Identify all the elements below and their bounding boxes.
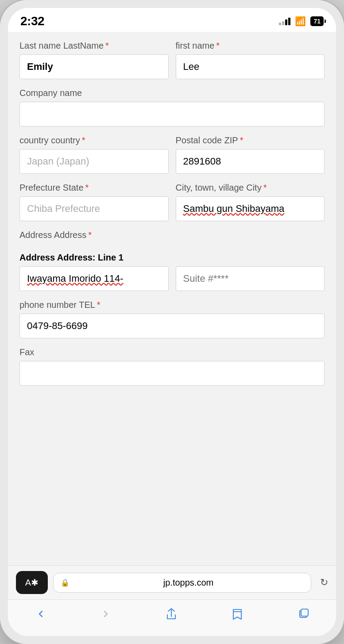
city-required: * [263,183,267,192]
last-name-required: * [105,41,109,50]
city-input-display[interactable]: Sambu gun Shibayama [176,196,325,221]
signal-bar-2 [282,21,284,25]
country-input[interactable] [19,149,169,174]
translate-icon: A✱ [25,577,39,588]
postal-label: Postal code ZIP* [176,135,325,146]
tabs-icon [298,608,309,620]
country-required: * [82,135,85,145]
company-label: Company name [19,88,325,98]
address-line2-input[interactable] [176,266,325,291]
signal-bar-1 [279,23,281,25]
address-required: * [88,230,92,240]
last-name-group: Last name LastName* [19,41,169,79]
translate-button[interactable]: A✱ [16,571,48,594]
first-name-input[interactable] [176,54,325,79]
status-bar: 2:32 📶 71 [8,8,336,32]
address-line1-group: Address Address: Line 1 Iwayama Imorido … [19,253,169,291]
tabs-button[interactable] [289,605,318,623]
browser-bar: A✱ 🔒 jp.topps.com ↻ [8,565,336,599]
share-icon [166,608,177,620]
postal-input[interactable] [176,149,325,174]
prefecture-input[interactable] [19,196,169,221]
city-label: City, town, village City* [176,183,325,193]
form-section: Last name LastName* first name* Company … [19,41,325,386]
refresh-button[interactable]: ↻ [320,577,328,588]
phone-label: phone number TEL* [19,300,325,310]
company-group: Company name [19,88,325,126]
back-button[interactable] [27,605,55,623]
address-line1-display[interactable]: Iwayama Imorido 114- [19,266,169,291]
first-name-group: first name* [176,41,325,79]
content-area[interactable]: Last name LastName* first name* Company … [8,32,336,565]
first-name-label: first name* [176,41,325,51]
last-name-label: Last name LastName* [19,41,169,51]
bookmarks-button[interactable] [223,604,252,624]
svg-rect-1 [301,609,308,616]
country-label: country country* [19,135,169,146]
first-name-required: * [216,41,220,50]
signal-icon [279,18,290,25]
country-postal-row: country country* Postal code ZIP* [19,135,325,174]
wifi-icon: 📶 [295,16,306,27]
fax-group: Fax [19,347,325,386]
bookmarks-icon [232,608,243,620]
phone-required: * [97,300,100,310]
prefecture-required: * [85,183,89,192]
country-group: country country* [19,135,169,174]
postal-group: Postal code ZIP* [176,135,325,174]
forward-icon [100,609,111,619]
phone-input[interactable] [19,314,325,338]
prefecture-label: Prefecture State* [19,183,169,193]
signal-bar-3 [285,19,287,25]
phone-group: phone number TEL* [19,300,325,338]
address-line2-group: Line 2 [176,253,325,291]
phone-inner: 2:32 📶 71 Last name LastNam [8,8,336,636]
battery-icon: 71 [310,16,324,26]
prefecture-city-row: Prefecture State* City, town, village Ci… [19,183,325,221]
address-section-label: Address Address* [19,230,325,240]
phone-frame: 2:32 📶 71 Last name LastNam [0,0,344,644]
fax-input[interactable] [19,361,325,386]
postal-required: * [240,135,244,145]
back-icon [35,609,46,619]
lock-icon: 🔒 [61,579,70,587]
status-icons: 📶 71 [279,16,324,27]
forward-button[interactable] [92,605,120,623]
status-time: 2:32 [20,14,44,28]
prefecture-group: Prefecture State* [19,183,169,221]
fax-label: Fax [19,347,325,357]
address-line1-value: Iwayama Imorido 114- [27,273,124,284]
address-line1-label: Address Address: Line 1 [19,253,169,263]
signal-bar-4 [288,18,290,25]
bottom-nav [8,599,336,636]
address-section: Address Address* [19,230,325,244]
company-input[interactable] [19,102,325,126]
share-button[interactable] [157,604,186,624]
address-row: Address Address: Line 1 Iwayama Imorido … [19,253,325,291]
url-bar[interactable]: 🔒 jp.topps.com [53,573,311,593]
city-group: City, town, village City* Sambu gun Shib… [176,183,325,221]
url-text: jp.topps.com [73,578,304,588]
city-value: Sambu gun Shibayama [183,203,285,214]
name-row: Last name LastName* first name* [19,41,325,79]
last-name-input[interactable] [19,54,169,79]
